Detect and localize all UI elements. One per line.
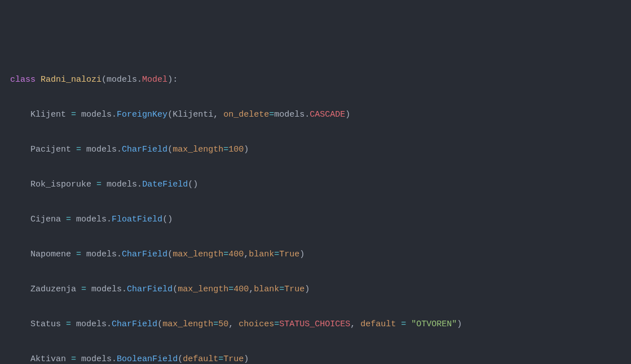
field-type: BooleanField — [117, 354, 178, 364]
equals: = — [274, 319, 279, 329]
module: models — [274, 110, 305, 119]
space — [406, 319, 411, 329]
paren: ( — [178, 354, 183, 364]
equals: = — [66, 319, 71, 329]
paren: ( — [102, 75, 107, 85]
comma: , — [213, 110, 223, 119]
paren: ( — [157, 319, 162, 329]
number: 400 — [228, 250, 244, 259]
paren: ( — [167, 110, 173, 119]
field-type: CharField — [122, 250, 167, 259]
paren: () — [162, 215, 173, 224]
module: models — [107, 75, 137, 85]
code-line[interactable]: class Radni_nalozi(models.Model): — [0, 71, 631, 88]
code-line[interactable]: Pacijent = models.CharField(max_length=1… — [0, 141, 631, 158]
module: models — [91, 285, 122, 294]
paren: ) — [345, 110, 350, 119]
paren: ) — [244, 145, 249, 154]
constant: STATUS_CHOICES — [279, 319, 350, 329]
param: blank — [254, 285, 279, 294]
dot: . — [305, 110, 310, 119]
module: models — [76, 215, 107, 224]
bool: True — [223, 354, 244, 364]
paren: ) — [244, 354, 249, 364]
field-name: Status — [30, 319, 61, 329]
paren: ) — [299, 250, 305, 259]
field-type: CharField — [127, 285, 173, 294]
equals: = — [228, 285, 233, 294]
equals: = — [279, 285, 284, 294]
dot: . — [137, 75, 142, 85]
param: choices — [239, 319, 274, 329]
equals: = — [96, 180, 102, 189]
module: models — [81, 354, 112, 364]
number: 400 — [233, 285, 249, 294]
keyword-class: class — [10, 75, 36, 85]
comma: , — [350, 319, 360, 329]
field-type: FloatField — [112, 215, 162, 224]
equals: = — [269, 110, 274, 119]
dot: . — [117, 145, 122, 154]
equals: = — [274, 250, 279, 259]
base-class: Model — [142, 75, 167, 85]
field-type: ForeignKey — [117, 110, 167, 119]
param: max_length — [162, 319, 213, 329]
equals: = — [213, 319, 218, 329]
paren: ( — [167, 145, 173, 154]
equals: = — [223, 145, 228, 154]
code-line[interactable]: Cijena = models.FloatField() — [0, 211, 631, 228]
param: max_length — [178, 285, 228, 294]
paren: ( — [167, 250, 173, 259]
dot: . — [112, 354, 117, 364]
comma: , — [228, 319, 239, 329]
equals: = — [223, 250, 228, 259]
code-line[interactable]: Rok_isporuke = models.DateField() — [0, 176, 631, 193]
field-name: Zaduzenja — [30, 285, 76, 294]
paren: ) — [457, 319, 462, 329]
string: "OTVOREN" — [411, 319, 457, 329]
number: 50 — [218, 319, 228, 329]
field-name: Cijena — [30, 215, 61, 224]
module: models — [107, 180, 137, 189]
code-line[interactable]: Zaduzenja = models.CharField(max_length=… — [0, 281, 631, 298]
paren: () — [188, 180, 198, 189]
param: max_length — [173, 250, 223, 259]
module: models — [86, 250, 117, 259]
dot: . — [112, 110, 117, 119]
param: default — [360, 319, 396, 329]
code-line[interactable]: Aktivan = models.BooleanField(default=Tr… — [0, 350, 631, 364]
equals: = — [71, 110, 76, 119]
equals: = — [76, 250, 81, 259]
dot: . — [107, 215, 112, 224]
dot: . — [137, 180, 142, 189]
constant: CASCADE — [310, 110, 345, 119]
comma: , — [249, 285, 254, 294]
paren: ) — [305, 285, 310, 294]
equals: = — [76, 145, 81, 154]
paren: ): — [167, 75, 178, 85]
field-name: Pacijent — [30, 145, 71, 154]
space — [396, 319, 401, 329]
field-name: Napomene — [30, 250, 71, 259]
field-type: CharField — [122, 145, 167, 154]
number: 100 — [228, 145, 244, 154]
module: models — [76, 319, 107, 329]
param: blank — [249, 250, 274, 259]
equals: = — [401, 319, 406, 329]
code-line[interactable]: Napomene = models.CharField(max_length=4… — [0, 246, 631, 263]
dot: . — [107, 319, 112, 329]
code-line[interactable]: Status = models.CharField(max_length=50,… — [0, 316, 631, 333]
module: models — [86, 145, 117, 154]
paren: ( — [173, 285, 178, 294]
equals: = — [66, 215, 71, 224]
bool: True — [279, 250, 299, 259]
class-name: Radni_nalozi — [41, 75, 102, 85]
param: default — [183, 354, 218, 364]
field-type: CharField — [112, 319, 157, 329]
code-line[interactable]: Klijent = models.ForeignKey(Klijenti, on… — [0, 106, 631, 123]
arg: Klijenti — [173, 110, 213, 119]
field-name: Klijent — [30, 110, 66, 119]
equals: = — [71, 354, 76, 364]
equals: = — [81, 285, 86, 294]
field-type: DateField — [142, 180, 188, 189]
